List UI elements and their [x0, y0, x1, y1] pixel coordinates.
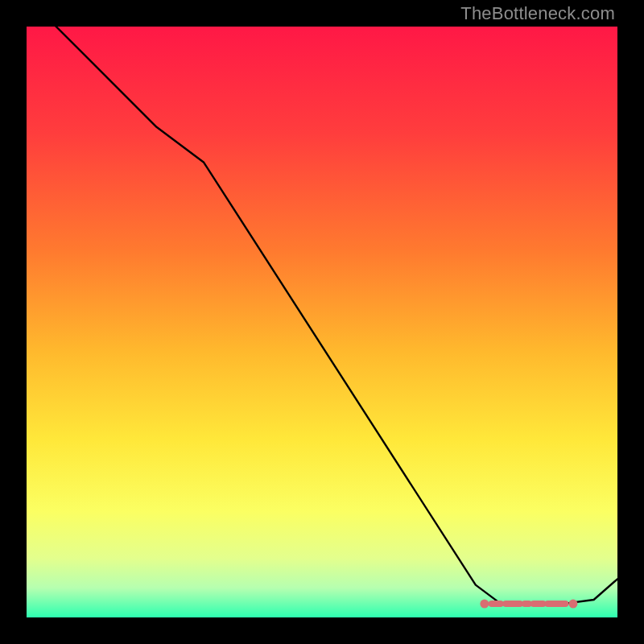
- chart-svg: [27, 27, 617, 617]
- highlight-endpoint-0: [480, 600, 489, 609]
- highlight-endpoint-1: [568, 600, 577, 609]
- gradient-background: [27, 27, 617, 617]
- highlight-layer: [480, 600, 577, 609]
- watermark-text: TheBottleneck.com: [460, 3, 615, 24]
- plot-area: [27, 27, 617, 617]
- frame-border: TheBottleneck.com: [0, 0, 644, 644]
